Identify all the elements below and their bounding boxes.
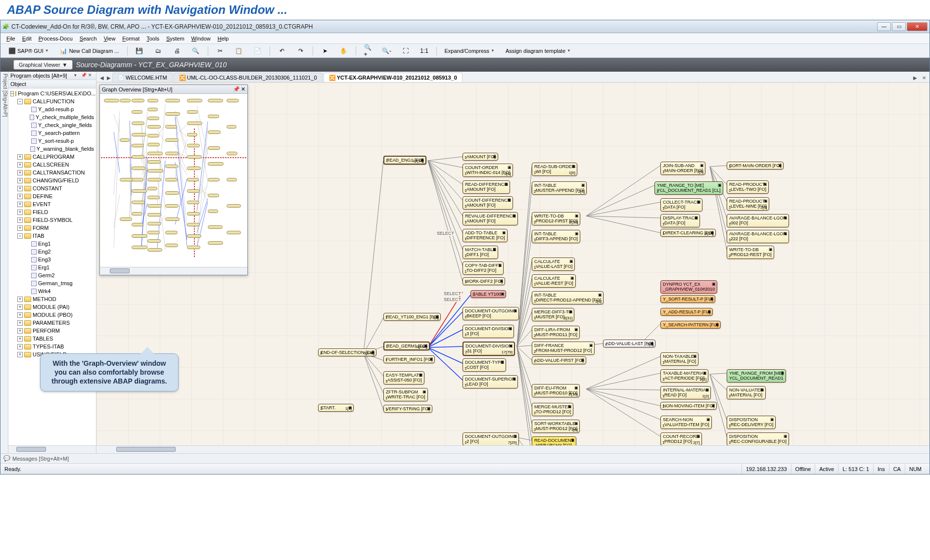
diagram-node[interactable]: READ-SUB-ORDER-WI [FO]11[6]▣	[532, 163, 577, 176]
diagram-node[interactable]: CALCULATE-VALUE-REST [FO]1▣	[532, 274, 576, 288]
diagram-node[interactable]: NON-TAXABLE-MATERIAL [FO]1▣	[660, 352, 698, 366]
tree-node[interactable]: Eng1	[8, 240, 96, 248]
menu-edit[interactable]: Edit	[19, 35, 35, 43]
save-icon[interactable]: 💾	[131, 45, 148, 57]
diagram-node[interactable]: DIFF-LIRA-FROM-MUST-PROD11 [FO]2▣	[532, 326, 580, 339]
menu-system[interactable]: System	[163, 35, 187, 43]
tree-node[interactable]: Erg1	[8, 263, 96, 271]
diagram-node[interactable]: DISPOSITION-REC-DELIVERY [FO]1▣	[727, 416, 776, 429]
diagram-node[interactable]: DOCUMENT-SUPERIOR-LEAD [FO]1▣	[463, 375, 518, 388]
diagram-node[interactable]: CALCULATE-VALUE-LAST [FO]1▣	[532, 258, 575, 271]
diagram-node[interactable]: READ_ENG1 [FO]119[33]▣	[383, 156, 426, 165]
overview-pin-icon[interactable]: 📌	[233, 86, 240, 92]
diagram-node[interactable]: REVALUE-DIFFERENCE-AMOUNT [FO]1▣	[463, 212, 518, 225]
tree-node[interactable]: Y_search-pattern	[8, 129, 96, 137]
project-side-tab[interactable]: Project [Strg+Alt+P]	[0, 72, 8, 453]
diagram-node[interactable]: END-OF-SELECTION [EV]26[148]▣	[318, 348, 376, 356]
paste-icon[interactable]: 📄	[249, 45, 266, 57]
diagram-node[interactable]: AVARAGE-BALANCE-LGOR-002 [FO]1▣	[727, 214, 789, 227]
print-icon[interactable]: 🖨	[169, 45, 186, 57]
diagram-node[interactable]: TABLE YT1003▣	[470, 290, 506, 298]
tree-node[interactable]: Y_add-result-p	[8, 105, 96, 113]
pointer-icon[interactable]: ➤	[317, 45, 333, 57]
diagram-node[interactable]: WRITE-TO-DB-PROD12-FIRST [FO]29[30]▣	[532, 212, 580, 225]
diagram-node[interactable]: COPY-TAB-DIFF1-TO-DIFF2 [FO]1▣	[463, 261, 504, 275]
diagram-node[interactable]: WORK-DIFF2 [FO]1▣	[463, 277, 505, 285]
diagram-node[interactable]: DIREKT-CLEARING [FO]16[27]▣	[660, 229, 716, 237]
overview-scrollbar-h[interactable]	[100, 267, 247, 275]
diagram-node[interactable]: DYNPRO YCT_EX_GRAPHVIEW_010#2010▣	[660, 280, 717, 294]
tab-next-icon[interactable]: ▶	[105, 73, 112, 82]
diagram-node[interactable]: DOCUMENT-OUTGOING-BKEEP [FO]1▣	[463, 307, 519, 320]
diagram-node[interactable]: READ-PRODUCT-LEVEL-TWO [FO]1▣	[727, 180, 769, 194]
diagram-canvas[interactable]: Graph Overview [Strg+Alt+U] 📌 ✕ SELECT S…	[96, 83, 930, 445]
tree-node[interactable]: Germ2	[8, 271, 96, 279]
diagram-node[interactable]: COUNT-RECORD-PROD12 [FO]12[7]▣	[660, 432, 702, 445]
tree-node[interactable]: +CALLSCREEN	[8, 161, 96, 169]
tree-node[interactable]: +TYPES-ITAB	[8, 343, 96, 350]
diagram-node[interactable]: Y_SORT-RESULT-P [FU]▣	[660, 295, 715, 303]
overview-close-icon[interactable]: ✕	[241, 86, 245, 92]
minimize-button[interactable]: —	[877, 22, 891, 31]
tree-node[interactable]: −ITAB	[8, 232, 96, 240]
expand-compress-button[interactable]: Expand/Compress▼	[440, 46, 499, 56]
diagram-node[interactable]: DISPOSITION-REC-CONFIGURABLE [FO]1▣	[727, 432, 789, 445]
diagram-node[interactable]: DIFF-EU-FROM-MUST-PROD10 [FO]25[10]▣	[532, 384, 580, 397]
zoom-out-icon[interactable]: 🔍-	[378, 45, 395, 57]
tree-node[interactable]: +EVENT	[8, 200, 96, 208]
copy-icon[interactable]: 📋	[231, 45, 247, 57]
panel-pin-icon[interactable]: 📌	[81, 73, 87, 79]
tree-node[interactable]: Y_check_single_fields	[8, 121, 96, 129]
diagram-node[interactable]: YME_RANGE_FROM [ME]YCL_DOCUMENT_READ1▣	[727, 369, 786, 383]
diagram-node[interactable]: MERGE-MUSTER-TO-PROD12 [FO]2▣	[532, 403, 573, 416]
diagram-node[interactable]: DIFF-FRANCE-FROM-MUST-PROD12 [FO]2▣	[532, 342, 595, 355]
menu-help[interactable]: Help	[215, 35, 232, 43]
menu-file[interactable]: File	[3, 35, 18, 43]
undo-icon[interactable]: ↶	[274, 45, 290, 57]
diagram-node[interactable]: COLLECT-TRACE-DATA [FO]1▣	[660, 198, 702, 212]
new-call-diagram-button[interactable]: 📊New Call Diagram ...	[55, 45, 124, 57]
tree-node[interactable]: +PERFORM	[8, 327, 96, 335]
menu-search[interactable]: Search	[77, 35, 100, 43]
panel-close-icon[interactable]: ✕	[88, 73, 94, 79]
tree-node[interactable]: Y_check_multiple_fields	[8, 113, 96, 121]
menu-tools[interactable]: Tools	[143, 35, 162, 43]
diagram-node[interactable]: SORT-MAIN-ORDER [FO]1▣	[727, 162, 784, 170]
diagram-node[interactable]: INT-TABLE-DIRECT-PROD12-APPEND [FO]11[1]…	[532, 291, 604, 304]
diagram-node[interactable]: MERGE-DIFF3-TO-MUSTER [FO]13[31]▣	[532, 308, 574, 321]
graph-overview-window[interactable]: Graph Overview [Strg+Alt+U] 📌 ✕	[99, 85, 248, 275]
diagram-node[interactable]: FURTHER_INFO1 [FO]1▣	[383, 355, 435, 363]
diagram-node[interactable]: VERIFY-STRING [FO]1▣	[383, 405, 432, 413]
diagram-node[interactable]: READ-PRODUCT-LEVEL-NINE [FO]12[3]▣	[727, 197, 769, 211]
diagram-node[interactable]: INT-TABLE-DIFF3-APPEND [FO]1▣	[532, 230, 580, 243]
diagram-node[interactable]: READ_YT100_ENG1 [FO]11[1]▣	[383, 313, 441, 321]
close-button[interactable]: ✕	[907, 22, 928, 31]
diagram-node[interactable]: INT-TABLE-MUSTER-APPEND [FO]22[7]▣	[532, 181, 587, 195]
zoom-in-icon[interactable]: 🔍+	[360, 45, 376, 57]
tree-node[interactable]: +CHANGING/FIELD	[8, 176, 96, 184]
tree-node[interactable]: Eng3	[8, 256, 96, 263]
diagram-node[interactable]: NON-VALUATED-MATERIAL [FO]1▣	[727, 386, 766, 399]
diagram-node[interactable]: EASY-TEMPLATE-ASSIST-050 [FO]1▣	[383, 371, 424, 385]
zoom-fit-icon[interactable]: ⛶	[397, 45, 414, 57]
diagram-node[interactable]: NON-MOVING-ITEM [FO]1▣	[660, 402, 717, 410]
diagram-node[interactable]: COUNT-DIFFERENCE-AMOUNT [FO]1▣	[463, 196, 513, 210]
graphical-viewer-button[interactable]: Graphical Viewer▼	[13, 60, 73, 70]
tree-node[interactable]: German_tmsg	[8, 279, 96, 287]
canvas-scrollbar-h[interactable]	[96, 445, 930, 453]
diagram-node[interactable]: Y_SEARCH-PATTERN [FU]▣	[660, 321, 721, 329]
save-all-icon[interactable]: 🗂	[150, 45, 167, 57]
menu-format[interactable]: Format	[119, 35, 142, 43]
tree-node[interactable]: +MODULE (PAI)	[8, 303, 96, 311]
tree-node[interactable]: +TABLES	[8, 335, 96, 343]
tree-node[interactable]: +FIELD-SYMBOL	[8, 216, 96, 224]
menu-process-docu[interactable]: Process-Docu	[36, 35, 76, 43]
diagram-node[interactable]: ADD-VALUE-FIRST [FO]1▣	[532, 356, 586, 364]
assign-template-button[interactable]: Assign diagram template▼	[501, 46, 575, 56]
tree-node[interactable]: +PARAMETERS	[8, 319, 96, 327]
diagram-node[interactable]: JOIN-SUB-AND-MAIN-ORDER [FO]11[5]▣	[660, 162, 705, 175]
zoom-100-icon[interactable]: 1:1	[416, 45, 433, 57]
diagram-node[interactable]: Y_ADD-RESULT-P [FU]▣	[660, 308, 713, 316]
menu-window[interactable]: Window	[188, 35, 214, 43]
tab[interactable]: 🔀UML-CL-OO-CLASS-BUILDER_20130306_111021…	[174, 73, 323, 82]
